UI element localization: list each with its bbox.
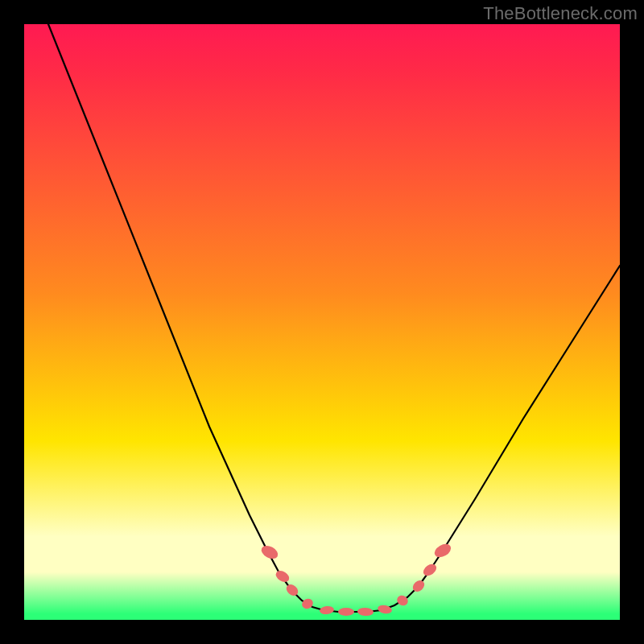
watermark-text: TheBottleneck.com (483, 3, 638, 24)
bead (320, 605, 335, 615)
bead (377, 604, 393, 615)
bottleneck-curve (24, 24, 620, 620)
bead (421, 562, 439, 578)
chart-frame: TheBottleneck.com (0, 0, 644, 644)
bead (274, 568, 291, 584)
bead (357, 607, 374, 616)
bead (259, 543, 280, 562)
bead (338, 608, 354, 616)
bead (395, 593, 410, 607)
bead (432, 541, 453, 559)
bead (300, 597, 315, 611)
curve-path (48, 24, 620, 612)
plot-area (24, 24, 620, 620)
